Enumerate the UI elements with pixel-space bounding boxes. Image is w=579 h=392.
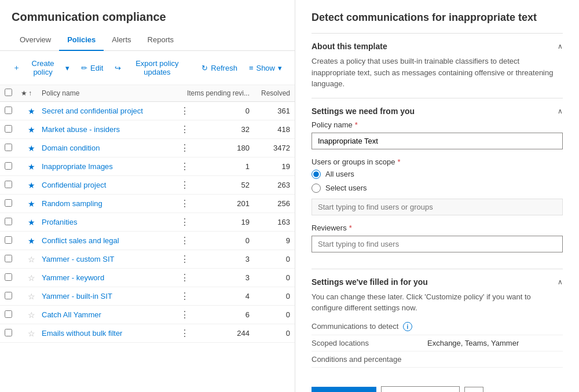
policy-name-input[interactable]	[312, 133, 563, 149]
star-filled-icon[interactable]: ★	[28, 107, 35, 116]
star-filled-icon[interactable]: ★	[28, 144, 35, 153]
required-marker: *	[355, 120, 358, 129]
pending-header[interactable]: Items pending revi...	[174, 89, 250, 97]
row-menu-icon[interactable]: ⋮	[178, 328, 192, 339]
star-filled-icon[interactable]: ★	[28, 181, 35, 190]
row-checkbox-12[interactable]	[5, 329, 12, 336]
row-policy-name[interactable]: Inappropriate Images	[42, 162, 178, 171]
about-section-header[interactable]: About this template ∧	[312, 42, 563, 51]
star-empty-icon[interactable]: ☆	[28, 310, 35, 320]
row-policy-name[interactable]: Profanities	[42, 218, 178, 226]
row-menu-icon[interactable]: ⋮	[178, 272, 192, 283]
row-menu-icon[interactable]: ⋮	[178, 217, 192, 228]
sort-star-header[interactable]: ★ ↑	[21, 89, 42, 97]
reviewers-input[interactable]	[312, 236, 563, 252]
select-all-checkbox[interactable]	[5, 89, 12, 96]
row-policy-name[interactable]: Emails without bulk filter	[42, 329, 178, 338]
all-users-option[interactable]: All users	[312, 170, 563, 179]
show-button[interactable]: ≡ Show ▾	[248, 61, 283, 75]
star-filled-icon[interactable]: ★	[28, 162, 35, 171]
row-pending: 32	[192, 125, 250, 134]
row-menu-icon[interactable]: ⋮	[178, 235, 192, 246]
row-menu-icon[interactable]: ⋮	[178, 309, 192, 320]
table-row: ☆ Catch All Yammer ⋮ 6 0	[0, 306, 295, 324]
info-icon[interactable]: i	[403, 322, 412, 331]
scoped-locations-key: Scoped locations	[312, 339, 427, 347]
tab-alerts[interactable]: Alerts	[104, 30, 139, 51]
row-menu-icon[interactable]: ⋮	[178, 105, 192, 116]
more-options-button[interactable]: ...	[464, 387, 483, 392]
create-policy-button[interactable]: ＋ Create policy ▾	[12, 57, 71, 79]
row-checkbox-1[interactable]	[5, 125, 12, 133]
row-menu-icon[interactable]: ⋮	[178, 124, 192, 135]
filled-section-header[interactable]: Settings we've filled in for you ∧	[312, 277, 563, 287]
star-empty-icon[interactable]: ☆	[28, 255, 35, 264]
scope-required-marker: *	[398, 157, 401, 166]
row-checkbox-4[interactable]	[5, 181, 12, 188]
star-empty-icon[interactable]: ☆	[28, 292, 35, 301]
settings-section-header[interactable]: Settings we need from you ∧	[312, 107, 563, 116]
scope-radio-group: All users Select users	[312, 170, 563, 193]
star-empty-icon[interactable]: ☆	[28, 329, 35, 338]
row-policy-name[interactable]: Confidential project	[42, 181, 178, 189]
row-policy-name[interactable]: Yammer - built-in SIT	[42, 292, 178, 301]
row-checkbox-11[interactable]	[5, 310, 12, 318]
row-checkbox-10[interactable]	[5, 292, 12, 299]
select-users-radio[interactable]	[312, 184, 321, 193]
row-menu-icon[interactable]: ⋮	[178, 198, 192, 209]
row-policy-name[interactable]: Market abuse - insiders	[42, 125, 178, 134]
table-row: ★ Secret and confidential project ⋮ 0 36…	[0, 102, 295, 120]
row-checkbox-2[interactable]	[5, 144, 12, 151]
row-policy-name[interactable]: Secret and confidential project	[42, 107, 178, 115]
panel-title: Detect communications for inappropriate …	[312, 12, 563, 24]
row-menu-icon[interactable]: ⋮	[178, 179, 192, 190]
row-pending: 201	[192, 199, 250, 208]
star-filled-icon[interactable]: ★	[28, 218, 35, 227]
row-policy-name[interactable]: Domain condition	[42, 144, 178, 152]
row-pending: 3	[192, 273, 250, 282]
star-filled-icon[interactable]: ★	[28, 199, 35, 208]
row-checkbox-8[interactable]	[5, 255, 12, 262]
row-menu-icon[interactable]: ⋮	[178, 161, 192, 172]
resolved-header[interactable]: Resolved	[250, 89, 290, 97]
tab-overview[interactable]: Overview	[12, 30, 59, 51]
tab-policies[interactable]: Policies	[59, 30, 104, 51]
row-pending: 0	[192, 107, 250, 115]
row-policy-name[interactable]: Random sampling	[42, 199, 178, 208]
row-menu-icon[interactable]: ⋮	[178, 291, 192, 302]
settings-title: Settings we need from you	[312, 107, 415, 116]
scope-group: Users or groups in scope * All users Sel…	[312, 157, 563, 215]
row-policy-name[interactable]: Conflict sales and legal	[42, 236, 178, 245]
refresh-button[interactable]: ↻ Refresh	[200, 61, 239, 75]
row-menu-icon[interactable]: ⋮	[178, 142, 192, 153]
row-checkbox-7[interactable]	[5, 236, 12, 244]
row-policy-name[interactable]: Yammer - custom SIT	[42, 255, 178, 263]
row-resolved: 19	[250, 162, 290, 171]
scope-label: Users or groups in scope *	[312, 157, 563, 166]
select-users-option[interactable]: Select users	[312, 184, 563, 193]
row-menu-icon[interactable]: ⋮	[178, 254, 192, 265]
all-users-label: All users	[325, 170, 354, 178]
row-policy-name[interactable]: Catch All Yammer	[42, 310, 178, 319]
star-empty-icon[interactable]: ☆	[28, 273, 35, 283]
settings-chevron-icon: ∧	[558, 107, 563, 115]
policy-name-header[interactable]: Policy name	[42, 89, 174, 97]
customize-policy-button[interactable]: Customize policy	[381, 386, 460, 392]
tab-reports[interactable]: Reports	[140, 30, 182, 51]
edit-button[interactable]: ✏ Edit	[80, 61, 104, 75]
star-filled-icon[interactable]: ★	[28, 125, 35, 134]
row-checkbox-3[interactable]	[5, 162, 12, 170]
conditions-row: Conditions and percentage	[312, 351, 563, 368]
row-policy-name[interactable]: Yammer - keyword	[42, 273, 178, 282]
all-users-radio[interactable]	[312, 170, 321, 179]
row-checkbox-9[interactable]	[5, 273, 12, 281]
row-checkbox-6[interactable]	[5, 218, 12, 225]
star-filled-icon[interactable]: ★	[28, 236, 35, 246]
row-checkbox-0[interactable]	[5, 107, 12, 114]
export-button[interactable]: ↪ Export policy updates	[113, 57, 191, 79]
create-policy-submit-button[interactable]: Create policy	[312, 387, 376, 392]
chevron-down-icon: ▾	[65, 64, 69, 72]
filled-title: Settings we've filled in for you	[312, 277, 428, 287]
filled-section: Settings we've filled in for you ∧ You c…	[312, 269, 563, 376]
row-checkbox-5[interactable]	[5, 199, 12, 207]
